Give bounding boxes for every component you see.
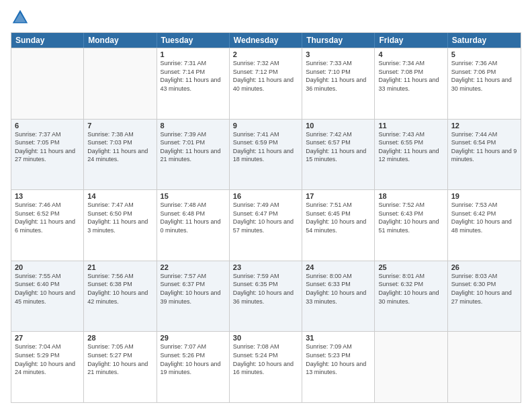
calendar-cell: 15Sunrise: 7:48 AM Sunset: 6:48 PM Dayli… [157,190,230,261]
cell-info: Sunrise: 7:31 AM Sunset: 7:14 PM Dayligh… [161,59,226,93]
calendar-cell: 20Sunrise: 7:55 AM Sunset: 6:40 PM Dayli… [11,261,84,332]
cell-info: Sunrise: 7:37 AM Sunset: 7:05 PM Dayligh… [15,130,80,164]
calendar-cell [375,332,447,402]
day-number: 24 [306,263,371,271]
calendar-cell: 21Sunrise: 7:56 AM Sunset: 6:38 PM Dayli… [84,261,157,332]
calendar-row-4: 27Sunrise: 7:04 AM Sunset: 5:29 PM Dayli… [11,331,521,402]
cell-info: Sunrise: 7:55 AM Sunset: 6:40 PM Dayligh… [15,272,80,306]
cell-info: Sunrise: 7:59 AM Sunset: 6:35 PM Dayligh… [233,272,298,306]
cell-info: Sunrise: 7:52 AM Sunset: 6:43 PM Dayligh… [378,201,443,234]
calendar-cell: 16Sunrise: 7:49 AM Sunset: 6:47 PM Dayli… [230,190,302,261]
calendar-cell: 31Sunrise: 7:09 AM Sunset: 5:23 PM Dayli… [302,332,375,402]
day-number: 21 [87,263,152,271]
cell-info: Sunrise: 7:04 AM Sunset: 5:29 PM Dayligh… [15,342,80,376]
day-number: 13 [15,192,80,200]
cell-info: Sunrise: 7:53 AM Sunset: 6:42 PM Dayligh… [451,201,517,234]
calendar-cell [84,48,157,119]
calendar-cell: 10Sunrise: 7:42 AM Sunset: 6:57 PM Dayli… [302,120,375,190]
calendar-body: 1Sunrise: 7:31 AM Sunset: 7:14 PM Daylig… [11,48,521,402]
cell-info: Sunrise: 7:32 AM Sunset: 7:12 PM Dayligh… [233,59,298,93]
cell-info: Sunrise: 7:07 AM Sunset: 5:26 PM Dayligh… [161,342,226,376]
cell-info: Sunrise: 7:47 AM Sunset: 6:50 PM Dayligh… [87,201,152,234]
cell-info: Sunrise: 7:51 AM Sunset: 6:45 PM Dayligh… [306,201,371,234]
day-number: 26 [451,263,517,271]
calendar-cell: 25Sunrise: 8:01 AM Sunset: 6:32 PM Dayli… [375,261,447,332]
day-number: 19 [451,192,517,200]
calendar-cell: 24Sunrise: 8:00 AM Sunset: 6:33 PM Dayli… [302,261,375,332]
calendar-cell: 14Sunrise: 7:47 AM Sunset: 6:50 PM Dayli… [84,190,157,261]
day-number: 29 [161,334,226,342]
calendar-header: SundayMondayTuesdayWednesdayThursdayFrid… [11,33,521,48]
cell-info: Sunrise: 7:08 AM Sunset: 5:24 PM Dayligh… [233,342,298,376]
day-number: 2 [233,50,298,58]
day-number: 5 [451,50,517,58]
day-number: 12 [451,122,517,130]
day-number: 1 [161,50,226,58]
cell-info: Sunrise: 7:57 AM Sunset: 6:37 PM Dayligh… [161,272,226,306]
calendar-cell: 3Sunrise: 7:33 AM Sunset: 7:10 PM Daylig… [302,48,375,119]
page: SundayMondayTuesdayWednesdayThursdayFrid… [0,0,532,411]
day-header-sunday: Sunday [11,33,84,48]
day-number: 9 [233,122,298,130]
day-number: 28 [87,334,152,342]
calendar-cell: 4Sunrise: 7:34 AM Sunset: 7:08 PM Daylig… [375,48,447,119]
calendar-cell: 18Sunrise: 7:52 AM Sunset: 6:43 PM Dayli… [375,190,447,261]
day-number: 14 [87,192,152,200]
calendar-row-1: 6Sunrise: 7:37 AM Sunset: 7:05 PM Daylig… [11,119,521,190]
day-number: 23 [233,263,298,271]
cell-info: Sunrise: 7:48 AM Sunset: 6:48 PM Dayligh… [161,201,226,234]
calendar-cell: 11Sunrise: 7:43 AM Sunset: 6:55 PM Dayli… [375,120,447,190]
cell-info: Sunrise: 8:03 AM Sunset: 6:30 PM Dayligh… [451,272,517,306]
day-number: 25 [378,263,443,271]
cell-info: Sunrise: 7:36 AM Sunset: 7:06 PM Dayligh… [451,59,517,93]
cell-info: Sunrise: 7:05 AM Sunset: 5:27 PM Dayligh… [87,342,152,376]
calendar-cell: 30Sunrise: 7:08 AM Sunset: 5:24 PM Dayli… [230,332,302,402]
cell-info: Sunrise: 8:00 AM Sunset: 6:33 PM Dayligh… [306,272,371,306]
cell-info: Sunrise: 8:01 AM Sunset: 6:32 PM Dayligh… [378,272,443,306]
calendar-cell: 23Sunrise: 7:59 AM Sunset: 6:35 PM Dayli… [230,261,302,332]
day-header-thursday: Thursday [302,33,375,48]
day-number: 22 [161,263,226,271]
calendar-cell: 22Sunrise: 7:57 AM Sunset: 6:37 PM Dayli… [157,261,230,332]
cell-info: Sunrise: 7:09 AM Sunset: 5:23 PM Dayligh… [306,342,371,376]
logo-icon [11,8,30,27]
calendar-cell: 13Sunrise: 7:46 AM Sunset: 6:52 PM Dayli… [11,190,84,261]
day-header-tuesday: Tuesday [157,33,230,48]
day-number: 7 [87,122,152,130]
day-number: 16 [233,192,298,200]
day-header-monday: Monday [84,33,157,48]
calendar-cell: 28Sunrise: 7:05 AM Sunset: 5:27 PM Dayli… [84,332,157,402]
calendar-cell: 7Sunrise: 7:38 AM Sunset: 7:03 PM Daylig… [84,120,157,190]
day-header-friday: Friday [375,33,447,48]
cell-info: Sunrise: 7:56 AM Sunset: 6:38 PM Dayligh… [87,272,152,306]
calendar-cell: 19Sunrise: 7:53 AM Sunset: 6:42 PM Dayli… [448,190,521,261]
calendar-cell: 27Sunrise: 7:04 AM Sunset: 5:29 PM Dayli… [11,332,84,402]
header [11,8,521,27]
calendar-cell: 5Sunrise: 7:36 AM Sunset: 7:06 PM Daylig… [448,48,521,119]
day-number: 17 [306,192,371,200]
day-number: 11 [378,122,443,130]
day-number: 31 [306,334,371,342]
logo [11,8,32,27]
cell-info: Sunrise: 7:39 AM Sunset: 7:01 PM Dayligh… [161,130,226,164]
calendar-cell [11,48,84,119]
day-number: 27 [15,334,80,342]
cell-info: Sunrise: 7:38 AM Sunset: 7:03 PM Dayligh… [87,130,152,164]
calendar-cell: 26Sunrise: 8:03 AM Sunset: 6:30 PM Dayli… [448,261,521,332]
day-number: 15 [161,192,226,200]
cell-info: Sunrise: 7:42 AM Sunset: 6:57 PM Dayligh… [306,130,371,164]
cell-info: Sunrise: 7:44 AM Sunset: 6:54 PM Dayligh… [451,130,517,164]
day-number: 10 [306,122,371,130]
calendar-cell: 9Sunrise: 7:41 AM Sunset: 6:59 PM Daylig… [230,120,302,190]
cell-info: Sunrise: 7:34 AM Sunset: 7:08 PM Dayligh… [378,59,443,93]
calendar-cell: 29Sunrise: 7:07 AM Sunset: 5:26 PM Dayli… [157,332,230,402]
day-header-wednesday: Wednesday [230,33,302,48]
cell-info: Sunrise: 7:33 AM Sunset: 7:10 PM Dayligh… [306,59,371,93]
cell-info: Sunrise: 7:49 AM Sunset: 6:47 PM Dayligh… [233,201,298,234]
calendar: SundayMondayTuesdayWednesdayThursdayFrid… [11,32,521,403]
calendar-cell [448,332,521,402]
day-number: 3 [306,50,371,58]
cell-info: Sunrise: 7:46 AM Sunset: 6:52 PM Dayligh… [15,201,80,234]
day-number: 18 [378,192,443,200]
calendar-cell: 8Sunrise: 7:39 AM Sunset: 7:01 PM Daylig… [157,120,230,190]
